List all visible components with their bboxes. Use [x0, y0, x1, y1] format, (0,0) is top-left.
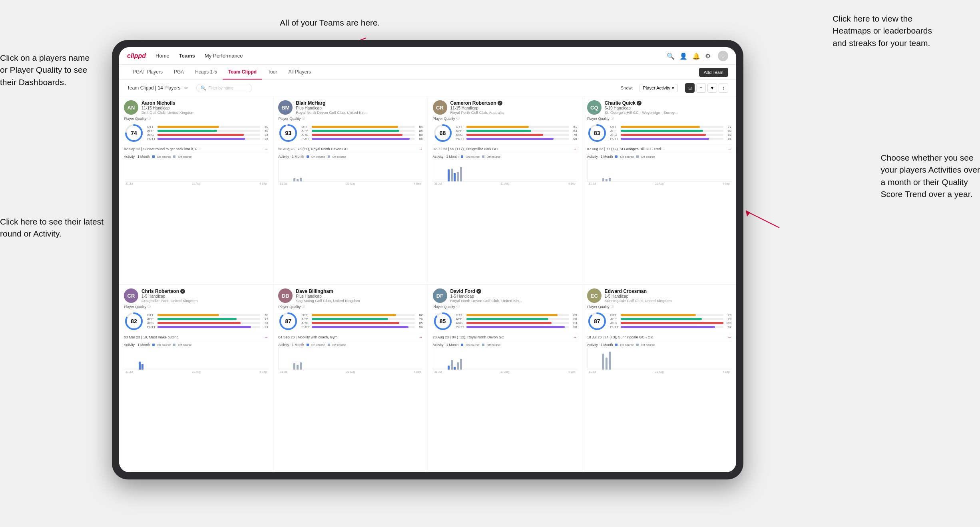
verified-badge: ✓: [637, 101, 641, 105]
show-select[interactable]: Player Activity ▾: [639, 84, 678, 92]
quality-circle[interactable]: 85: [433, 311, 453, 331]
quality-circle[interactable]: 82: [124, 311, 144, 331]
stat-label: OTT: [301, 313, 310, 317]
search-icon[interactable]: 🔍: [667, 52, 674, 60]
navbar: clippd Home Teams My Performance 🔍 👤 🔔 ⚙…: [119, 47, 736, 65]
quality-section: 87 OTT 82 APP 74 ARG 85 PUTT 94: [278, 311, 422, 331]
latest-round[interactable]: 02 Jul 23 | 59 (+17), Craigmillar Park G…: [433, 145, 577, 151]
stat-row: PUTT 86: [610, 137, 731, 141]
latest-round[interactable]: 02 Sep 23 | Sunset round to get back int…: [124, 145, 268, 151]
chart-area: [433, 348, 577, 370]
stats-bars: OTT 77 APP 80 ARG 83 PUTT 86: [610, 125, 731, 141]
tab-all-players[interactable]: All Players: [283, 65, 317, 80]
player-card[interactable]: EC Edward Crossman 1-5 Handicap Sunningd…: [582, 284, 736, 472]
stat-bar-wrap: [466, 126, 569, 128]
round-text: 02 Sep 23 | Sunset round to get back int…: [124, 147, 199, 151]
stat-label: OTT: [456, 125, 465, 129]
quality-label: Player Quality ⓘ: [433, 116, 577, 121]
player-handicap: 6-10 Handicap: [605, 106, 731, 110]
stat-label: PUTT: [610, 137, 619, 141]
player-name[interactable]: Chris Robertson ✓: [141, 288, 268, 294]
player-card[interactable]: AN Aaron Nicholls 11-15 Handicap Drift G…: [119, 96, 273, 284]
nav-my-performance[interactable]: My Performance: [205, 53, 243, 59]
quality-circle[interactable]: 68: [433, 123, 453, 143]
bell-icon[interactable]: 🔔: [692, 52, 699, 60]
search-icon-small: 🔍: [201, 86, 206, 91]
list-view-button[interactable]: ≡: [696, 83, 706, 93]
player-card[interactable]: CR Chris Robertson ✓ 1-5 Handicap Craigm…: [119, 284, 273, 472]
latest-round[interactable]: 26 Aug 23 | 73 (+1), Royal North Devon G…: [278, 145, 422, 151]
quality-number: 82: [131, 318, 137, 324]
settings-icon[interactable]: ⚙: [705, 52, 712, 60]
nav-teams[interactable]: Teams: [179, 53, 195, 59]
latest-round[interactable]: 03 Mar 23 | 19, Must make putting →: [124, 333, 268, 339]
player-card[interactable]: DF David Ford ✓ 1-5 Handicap Royal North…: [428, 284, 582, 472]
stat-bar: [466, 130, 531, 132]
latest-round[interactable]: 26 Aug 23 | 84 (+12), Royal North Devon …: [433, 333, 577, 339]
on-course-label: On course: [157, 155, 171, 159]
stat-value: 81: [262, 321, 268, 325]
quality-label: Player Quality ⓘ: [124, 116, 268, 121]
latest-round[interactable]: 07 Aug 23 | 77 (+7), St George's Hill GC…: [587, 145, 731, 151]
sort-button[interactable]: ↕: [719, 83, 728, 93]
player-name[interactable]: Edward Crossman: [605, 288, 731, 294]
latest-round[interactable]: 04 Sep 23 | Mobility with coach, Gym →: [278, 333, 422, 339]
date-end: 4 Sep: [259, 370, 267, 373]
round-arrow-icon: →: [419, 335, 423, 339]
player-name[interactable]: David Ford ✓: [450, 288, 577, 294]
stat-label: ARG: [456, 133, 465, 137]
profile-icon[interactable]: 👤: [679, 52, 687, 60]
quality-circle[interactable]: 93: [278, 123, 298, 143]
player-card[interactable]: BM Blair McHarg Plus Handicap Royal Nort…: [273, 96, 427, 284]
stat-bar-wrap: [157, 318, 260, 320]
stat-label: ARG: [610, 133, 619, 137]
player-name[interactable]: Charlie Quick ✓: [605, 100, 731, 106]
stat-row: ARG 103: [610, 321, 731, 325]
chart-area: [124, 160, 268, 182]
player-name[interactable]: Dave Billingham: [296, 288, 422, 294]
latest-round[interactable]: 18 Jul 23 | 74 (+3), Sunningdale GC - Ol…: [587, 333, 731, 339]
grid-view-button[interactable]: ⊞: [685, 83, 695, 93]
stat-label: APP: [610, 129, 619, 133]
round-arrow-icon: →: [727, 335, 731, 339]
tab-pgat-players[interactable]: PGAT Players: [127, 65, 168, 80]
on-course-legend: [461, 155, 463, 158]
tab-tour[interactable]: Tour: [262, 65, 283, 80]
quality-circle[interactable]: 87: [278, 311, 298, 331]
player-name[interactable]: Aaron Nicholls: [141, 100, 268, 106]
player-header: DF David Ford ✓ 1-5 Handicap Royal North…: [433, 288, 577, 303]
stat-row: ARG 81: [147, 321, 268, 325]
player-card[interactable]: CR Cameron Robertson ✓ 11-15 Handicap Ro…: [428, 96, 582, 284]
player-name[interactable]: Blair McHarg: [296, 100, 422, 106]
date-start: 31 Jul: [125, 182, 133, 185]
quality-section: 85 OTT 89 APP 80 ARG 83 PUTT 96: [433, 311, 577, 331]
add-team-button[interactable]: Add Team: [699, 68, 728, 77]
nav-home[interactable]: Home: [155, 53, 169, 59]
player-header: CQ Charlie Quick ✓ 6-10 Handicap St. Geo…: [587, 100, 731, 115]
stat-bar: [312, 322, 399, 324]
stat-row: ARG 85: [301, 321, 422, 325]
date-mid: 21 Aug: [346, 370, 355, 373]
player-card[interactable]: DB Dave Billingham Plus Handicap Sag Mai…: [273, 284, 427, 472]
stat-bar-wrap: [621, 138, 723, 140]
round-text: 18 Jul 23 | 74 (+3), Sunningdale GC - Ol…: [587, 335, 653, 339]
search-box[interactable]: 🔍 Filter by name: [196, 84, 252, 92]
quality-circle[interactable]: 74: [124, 123, 144, 143]
off-course-label: Off course: [641, 155, 655, 159]
avatar[interactable]: U: [718, 51, 728, 61]
filter-view-button[interactable]: ▼: [707, 83, 717, 93]
tab-team-clippd[interactable]: Team Clippd: [223, 65, 262, 80]
activity-legend: On course Off course: [461, 155, 500, 159]
activity-header: Activity · 1 Month On course Off course: [587, 155, 731, 159]
tab-pga[interactable]: PGA: [168, 65, 189, 80]
player-card[interactable]: CQ Charlie Quick ✓ 6-10 Handicap St. Geo…: [582, 96, 736, 284]
quality-circle[interactable]: 87: [587, 311, 607, 331]
heatmaps-tooltip-text: Click here to view theHeatmaps or leader…: [833, 13, 932, 49]
edit-icon[interactable]: ✏: [184, 85, 188, 91]
tab-hcaps[interactable]: Hcaps 1-5: [189, 65, 223, 80]
player-name[interactable]: Cameron Robertson ✓: [450, 100, 577, 106]
stats-bars: OTT 61 APP 63 ARG 75 PUTT 85: [456, 125, 577, 141]
quality-circle[interactable]: 83: [587, 123, 607, 143]
nav-right: 🔍 👤 🔔 ⚙ U: [667, 51, 728, 61]
date-end: 4 Sep: [723, 182, 730, 185]
